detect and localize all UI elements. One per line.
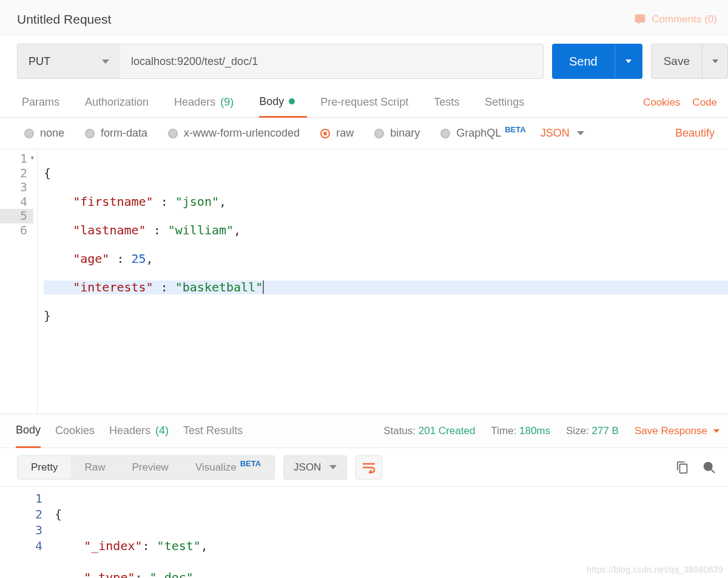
request-row: PUT localhost:9200/test/_doc/1 Send Save xyxy=(0,35,728,87)
resp-tab-headers[interactable]: Headers(4) xyxy=(109,414,169,448)
comments-button[interactable]: Comments (0) xyxy=(633,13,717,25)
method-url-group: PUT localhost:9200/test/_doc/1 xyxy=(17,44,544,79)
resp-tab-test-results[interactable]: Test Results xyxy=(183,414,243,448)
tab-params[interactable]: Params xyxy=(22,87,72,118)
time-label: Time: xyxy=(491,425,516,437)
save-response-button[interactable]: Save Response xyxy=(635,425,720,437)
send-button-group: Send xyxy=(552,44,642,79)
tab-settings[interactable]: Settings xyxy=(485,87,536,118)
link-cookies[interactable]: Cookies xyxy=(643,97,680,109)
response-format-select[interactable]: JSON xyxy=(283,455,347,480)
request-header: Untitled Request Comments (0) xyxy=(0,0,728,35)
request-title: Untitled Request xyxy=(17,12,111,27)
comments-label: Comments (0) xyxy=(652,13,717,25)
beta-badge: BETA xyxy=(505,125,525,134)
code-line: "_type": "_doc", xyxy=(55,570,728,578)
copy-icon[interactable] xyxy=(676,461,689,474)
body-format-select[interactable]: JSON xyxy=(541,127,584,140)
time-value: 180ms xyxy=(519,425,550,437)
save-button[interactable]: Save xyxy=(652,44,702,78)
chevron-down-icon xyxy=(625,59,632,63)
url-value: localhost:9200/test/_doc/1 xyxy=(131,55,258,68)
body-type-binary[interactable]: binary xyxy=(374,127,420,140)
code-line: "firstname" : "json", xyxy=(44,195,728,209)
body-type-row: none form-data x-www-form-urlencoded raw… xyxy=(0,118,728,149)
resp-tab-body[interactable]: Body xyxy=(16,414,41,448)
wrap-icon xyxy=(362,461,376,474)
radio-selected-icon xyxy=(320,129,330,138)
status-value: 201 Created xyxy=(419,425,476,437)
size-value: 277 B xyxy=(592,425,619,437)
response-toolbar: Pretty Raw Preview VisualizeBETA JSON xyxy=(0,448,728,487)
line-gutter: 1▾ 2 3 4 5 6 xyxy=(0,149,38,413)
radio-icon xyxy=(168,129,178,138)
save-button-group: Save xyxy=(651,44,728,79)
seg-visualize[interactable]: VisualizeBETA xyxy=(182,455,274,480)
body-modified-dot-icon xyxy=(289,98,295,104)
code-line: "lastname" : "william", xyxy=(44,223,728,238)
body-type-none[interactable]: none xyxy=(24,127,64,140)
radio-icon xyxy=(85,129,95,138)
request-tabs-right: Cookies Code xyxy=(643,97,717,109)
tab-authorization[interactable]: Authorization xyxy=(85,87,161,118)
tab-headers[interactable]: Headers (9) xyxy=(174,87,246,118)
body-type-xwww[interactable]: x-www-form-urlencoded xyxy=(168,127,300,140)
wrap-lines-button[interactable] xyxy=(356,455,382,480)
code-line: "_index": "test", xyxy=(55,538,728,554)
radio-icon xyxy=(374,129,384,138)
body-type-form-data[interactable]: form-data xyxy=(85,127,147,140)
code-line: } xyxy=(44,309,728,324)
beautify-button[interactable]: Beautify xyxy=(675,127,715,140)
fold-icon[interactable]: ▾ xyxy=(30,153,35,162)
status-label: Status: xyxy=(383,425,416,437)
code-line: "interests" : "basketball" xyxy=(44,280,728,295)
request-body-editor[interactable]: 1▾ 2 3 4 5 6 { "firstname" : "json", "la… xyxy=(0,149,728,414)
resp-tab-cookies[interactable]: Cookies xyxy=(55,414,95,448)
search-icon[interactable] xyxy=(703,461,716,474)
send-dropdown[interactable] xyxy=(615,44,642,78)
comment-icon xyxy=(633,13,647,25)
headers-count: (9) xyxy=(220,96,234,109)
request-tabs: Params Authorization Headers (9) Body Pr… xyxy=(0,87,728,118)
url-input[interactable]: localhost:9200/test/_doc/1 xyxy=(120,44,544,79)
radio-icon xyxy=(440,129,450,138)
tab-prerequest[interactable]: Pre-request Script xyxy=(320,87,420,118)
seg-preview[interactable]: Preview xyxy=(118,455,181,480)
chevron-down-icon xyxy=(577,131,584,135)
chevron-down-icon xyxy=(102,59,109,64)
body-type-graphql[interactable]: GraphQLBETA xyxy=(440,127,525,140)
chevron-down-icon xyxy=(329,465,337,469)
seg-raw[interactable]: Raw xyxy=(71,455,118,480)
response-view-segment: Pretty Raw Preview VisualizeBETA xyxy=(17,455,275,480)
seg-pretty[interactable]: Pretty xyxy=(18,455,71,480)
code-area[interactable]: { "firstname" : "json", "lastname" : "wi… xyxy=(38,149,728,413)
code-line: { xyxy=(44,166,728,181)
response-tabs: Body Cookies Headers(4) Test Results Sta… xyxy=(0,414,728,448)
chevron-down-icon xyxy=(713,429,720,433)
response-toolbar-right xyxy=(676,461,716,474)
resp-headers-count: (4) xyxy=(155,424,169,437)
code-line: { xyxy=(55,506,728,522)
body-type-raw[interactable]: raw xyxy=(320,127,354,140)
response-line-gutter: 1234 xyxy=(0,491,55,566)
http-method-value: PUT xyxy=(29,55,50,68)
response-body-editor[interactable]: 1234 { "_index": "test", "_type": "_doc"… xyxy=(0,487,728,566)
code-line: "age" : 25, xyxy=(44,252,728,267)
link-code[interactable]: Code xyxy=(692,97,717,109)
http-method-select[interactable]: PUT xyxy=(17,44,120,79)
tab-tests[interactable]: Tests xyxy=(434,87,471,118)
send-button[interactable]: Send xyxy=(552,44,615,78)
text-caret xyxy=(263,280,264,294)
radio-icon xyxy=(24,129,34,138)
size-label: Size: xyxy=(566,425,589,437)
response-code-area[interactable]: { "_index": "test", "_type": "_doc", "_i… xyxy=(55,491,728,566)
save-dropdown[interactable] xyxy=(702,44,727,78)
chevron-down-icon xyxy=(712,59,718,63)
tab-body[interactable]: Body xyxy=(259,87,307,118)
beta-badge: BETA xyxy=(240,459,261,468)
response-meta: Status: 201 Created Time: 180ms Size: 27… xyxy=(383,425,720,437)
